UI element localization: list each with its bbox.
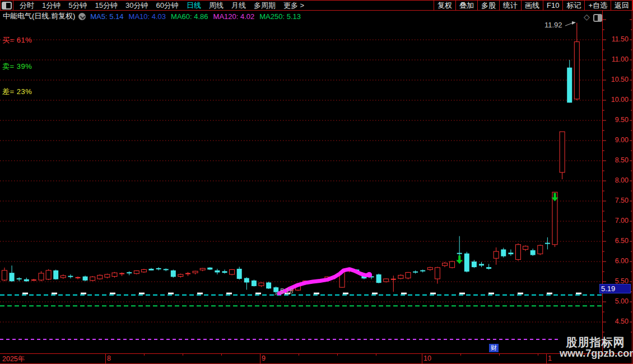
candle-up bbox=[259, 283, 264, 286]
axis-label: 6.00 bbox=[603, 257, 629, 265]
candle-up bbox=[427, 268, 432, 270]
candle-up bbox=[516, 245, 521, 260]
axis-label: 8.50 bbox=[603, 156, 629, 164]
candle-down bbox=[24, 279, 29, 282]
candle-down bbox=[266, 282, 271, 288]
candle-up bbox=[60, 276, 66, 278]
candle-down bbox=[53, 270, 58, 279]
magenta-indicator-end bbox=[366, 272, 372, 278]
axis-label: 10.50 bbox=[603, 76, 629, 83]
candle-down bbox=[215, 270, 220, 273]
candle-down bbox=[508, 253, 513, 254]
watermark-site-name: 股朋指标网 bbox=[560, 337, 631, 348]
candle-up bbox=[443, 263, 448, 265]
high-annotation-arrowhead bbox=[572, 21, 576, 25]
candle-up bbox=[97, 275, 103, 278]
axis-label: 11.50 bbox=[603, 35, 629, 43]
candle-down bbox=[486, 267, 491, 269]
candle-up bbox=[560, 132, 565, 172]
timeline-month-label: 2025年 bbox=[2, 354, 25, 364]
candle-down bbox=[567, 68, 572, 103]
axis-label: 7.00 bbox=[603, 217, 629, 225]
candle-up bbox=[141, 269, 146, 272]
current-price-tag: 5.19 bbox=[599, 284, 631, 293]
timeline-month-label: 9 bbox=[262, 354, 266, 362]
candle-up bbox=[523, 246, 528, 250]
candle-up bbox=[494, 251, 499, 258]
candle-up bbox=[90, 277, 95, 280]
indicator-label: 买= 61% bbox=[2, 35, 32, 45]
candle-down bbox=[207, 268, 212, 270]
candle-up bbox=[39, 273, 44, 280]
candle-down bbox=[530, 250, 536, 255]
candle-down bbox=[479, 264, 484, 265]
high-annotation-arrow bbox=[565, 23, 573, 26]
period-high-annotation: 11.92 bbox=[544, 21, 562, 29]
candle-up bbox=[178, 274, 183, 277]
candlestick-chart bbox=[0, 0, 633, 364]
timeline-month-label: 8 bbox=[107, 354, 111, 362]
period-low-annotation: 5.18 bbox=[280, 287, 293, 295]
candle-down bbox=[376, 274, 381, 283]
candle-down bbox=[149, 269, 154, 270]
candle-up bbox=[406, 272, 411, 278]
candle-down bbox=[10, 273, 15, 281]
indicator-label: 卖= 39% bbox=[2, 62, 32, 72]
axis-label: 11.00 bbox=[603, 55, 629, 63]
axis-label: 9.50 bbox=[603, 116, 629, 124]
candle-up bbox=[230, 269, 235, 274]
timeline-month-label: 1 bbox=[548, 354, 552, 362]
axis-label: 8.00 bbox=[603, 176, 629, 184]
candle-up bbox=[105, 274, 110, 277]
indicator-label: 差= 23% bbox=[2, 87, 32, 97]
candle-down bbox=[222, 271, 227, 273]
candle-down bbox=[237, 269, 242, 279]
axis-label: 5.00 bbox=[603, 297, 629, 305]
axis-label: 4.50 bbox=[603, 318, 629, 325]
candle-down bbox=[244, 278, 249, 283]
candle-up bbox=[450, 262, 455, 268]
candle-up bbox=[200, 268, 205, 270]
candle-down bbox=[472, 262, 477, 267]
candle-down bbox=[273, 287, 278, 292]
candle-up bbox=[134, 271, 139, 274]
axis-label: 6.50 bbox=[603, 237, 629, 245]
axis-label: 10.00 bbox=[603, 96, 629, 104]
candle-down bbox=[83, 277, 88, 281]
candle-up bbox=[574, 42, 579, 99]
axis-label: 7.50 bbox=[603, 197, 629, 204]
candle-down bbox=[501, 249, 506, 256]
timeline-month-label: 10 bbox=[423, 354, 431, 362]
candle-down bbox=[171, 270, 176, 277]
watermark-site-url: www.7gpzb.com bbox=[560, 348, 631, 359]
axis-label: 9.00 bbox=[603, 136, 629, 144]
candle-up bbox=[398, 275, 403, 278]
sell-arrow-icon bbox=[456, 255, 463, 264]
candle-up bbox=[193, 271, 198, 273]
candle-up bbox=[435, 268, 440, 279]
candle-up bbox=[46, 270, 51, 279]
candle-up bbox=[112, 273, 117, 276]
candle-up bbox=[2, 270, 7, 280]
candle-down bbox=[464, 254, 469, 272]
financial-report-marker[interactable]: 财 bbox=[489, 344, 499, 352]
candle-up bbox=[538, 245, 543, 254]
candle-down bbox=[252, 281, 257, 286]
watermark: 股朋指标网 www.7gpzb.com bbox=[560, 337, 631, 359]
candle-up bbox=[384, 279, 389, 282]
